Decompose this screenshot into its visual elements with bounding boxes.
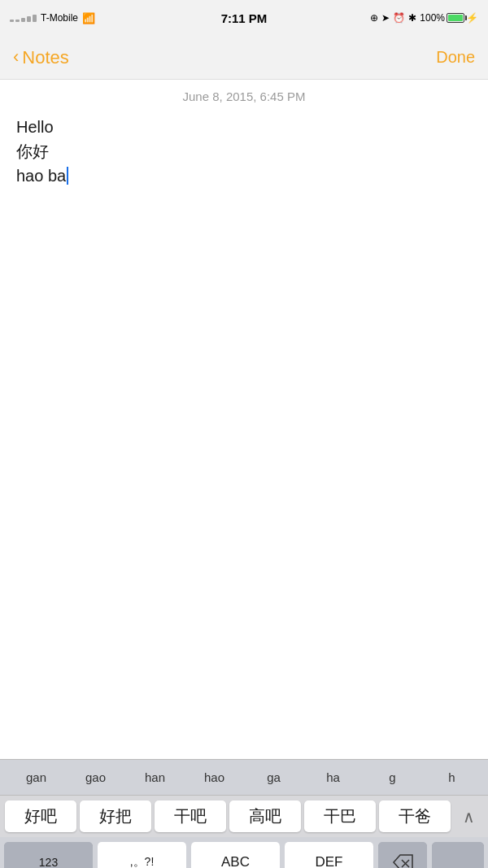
carrier-label: T-Mobile — [41, 12, 78, 24]
note-line-1: Hello — [16, 115, 472, 139]
keyboard-rows-left: 123 ,。?! ABC DEF 英文 GHI JKL MNO ' — [4, 842, 427, 868]
key-abc[interactable]: ABC — [191, 842, 280, 868]
bluetooth-icon: ✱ — [408, 12, 416, 24]
wifi-icon: 📶 — [82, 12, 95, 24]
candidate-hao[interactable]: hao — [185, 767, 244, 787]
battery-percent: 100% — [420, 12, 445, 24]
key-confirm[interactable]: 确认 — [432, 842, 484, 868]
signal-icon — [10, 15, 37, 22]
suggestion-3[interactable]: 干吧 — [155, 800, 226, 832]
keyboard-row-1: 123 ,。?! ABC DEF — [4, 842, 427, 868]
key-123[interactable]: 123 — [4, 842, 93, 868]
suggestion-5[interactable]: 干巴 — [304, 800, 376, 832]
battery-fill — [448, 15, 463, 21]
nav-bar: ‹ Notes Done — [0, 36, 488, 80]
key-punctuation[interactable]: ,。?! — [98, 842, 186, 868]
suggestion-4[interactable]: 高吧 — [229, 800, 301, 832]
backspace-icon — [392, 854, 413, 868]
candidate-g[interactable]: g — [363, 767, 422, 787]
battery-indicator: 100% ⚡ — [420, 12, 478, 24]
back-label: Notes — [22, 47, 68, 68]
chevron-left-icon: ‹ — [13, 48, 19, 66]
keyboard-main-area: 123 ,。?! ABC DEF 英文 GHI JKL MNO ' — [4, 842, 484, 868]
done-button[interactable]: Done — [436, 48, 475, 67]
battery-icon — [447, 13, 464, 23]
suggestion-1[interactable]: 好吧 — [5, 800, 76, 832]
lightning-icon: ⚡ — [466, 12, 478, 24]
candidate-row: gan gao han hao ga ha g h — [0, 759, 488, 795]
suggestion-row: 好吧 好把 干吧 高吧 干巴 干爸 ∧ — [0, 795, 488, 837]
note-background — [0, 535, 488, 759]
note-line-3: hao ba — [16, 164, 68, 188]
candidate-gan[interactable]: gan — [7, 767, 66, 787]
status-bar: T-Mobile 📶 7:11 PM ⊕ ➤ ⏰ ✱ 100% ⚡ — [0, 0, 488, 36]
key-delete[interactable] — [378, 842, 427, 868]
note-date: June 8, 2015, 6:45 PM — [16, 89, 472, 103]
suggestion-6[interactable]: 干爸 — [379, 800, 451, 832]
key-def[interactable]: DEF — [285, 842, 373, 868]
back-button[interactable]: ‹ Notes — [13, 47, 69, 68]
location-icon: ⊕ — [370, 12, 378, 24]
candidate-gao[interactable]: gao — [66, 767, 125, 787]
time-label: 7:11 PM — [221, 11, 268, 25]
candidate-ga[interactable]: ga — [244, 767, 303, 787]
note-content[interactable]: Hello 你好 hao ba — [16, 115, 472, 188]
candidate-ha[interactable]: ha — [303, 767, 363, 787]
suggestion-2[interactable]: 好把 — [80, 800, 151, 832]
note-line-2: 你好 — [16, 139, 472, 164]
text-cursor — [67, 167, 68, 185]
candidate-h[interactable]: h — [422, 767, 481, 787]
alarm-icon: ⏰ — [393, 12, 405, 24]
gps-icon: ➤ — [381, 12, 390, 24]
status-right: ⊕ ➤ ⏰ ✱ 100% ⚡ — [370, 12, 478, 24]
note-area[interactable]: June 8, 2015, 6:45 PM Hello 你好 hao ba — [0, 80, 488, 535]
keyboard-proper: 123 ,。?! ABC DEF 英文 GHI JKL MNO ' — [0, 837, 488, 868]
expand-suggestions-button[interactable]: ∧ — [454, 807, 483, 827]
candidate-han[interactable]: han — [125, 767, 185, 787]
status-left: T-Mobile 📶 — [10, 12, 95, 24]
